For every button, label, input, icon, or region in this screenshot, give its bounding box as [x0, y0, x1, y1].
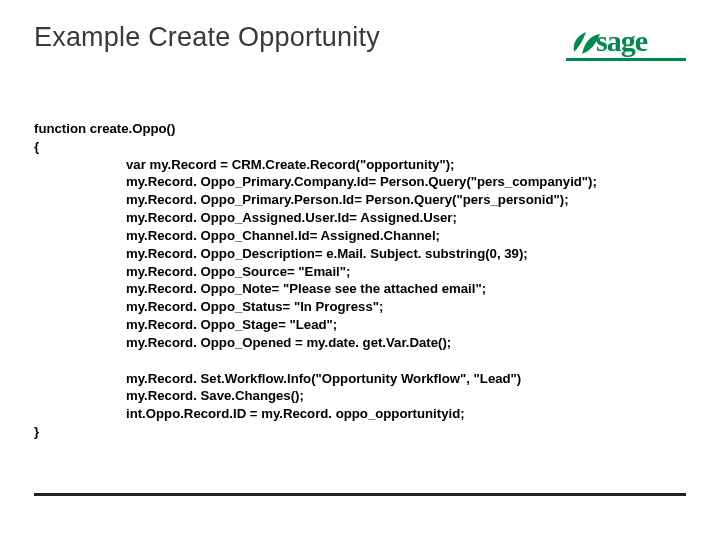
footer-rule [34, 493, 686, 496]
function-declaration: function create.Oppo() [34, 120, 686, 138]
code-line: int.Oppo.Record.ID = my.Record. oppo_opp… [126, 405, 686, 423]
code-line: my.Record. Oppo_Primary.Person.Id= Perso… [126, 191, 686, 209]
page-title: Example Create Opportunity [34, 22, 380, 53]
code-line: var my.Record = CRM.Create.Record("oppor… [126, 156, 686, 174]
logo-text: sage [596, 24, 647, 58]
code-line: my.Record. Oppo_Primary.Company.Id= Pers… [126, 173, 686, 191]
code-line: my.Record. Oppo_Assigned.User.Id= Assign… [126, 209, 686, 227]
code-line: my.Record. Save.Changes(); [126, 387, 686, 405]
code-line: my.Record. Oppo_Status= "In Progress"; [126, 298, 686, 316]
code-line: my.Record. Oppo_Channel.Id= Assigned.Cha… [126, 227, 686, 245]
close-brace: } [34, 423, 686, 441]
header: Example Create Opportunity sage [34, 22, 686, 64]
code-line: my.Record. Oppo_Stage= "Lead"; [126, 316, 686, 334]
code-block-1: var my.Record = CRM.Create.Record("oppor… [126, 156, 686, 352]
code-line: my.Record. Oppo_Source= "Email"; [126, 263, 686, 281]
code-line: my.Record. Oppo_Description= e.Mail. Sub… [126, 245, 686, 263]
logo-underline [566, 58, 686, 61]
slide: Example Create Opportunity sage function… [0, 0, 720, 540]
code-line: my.Record. Set.Workflow.Info("Opportunit… [126, 370, 686, 388]
code-line: my.Record. Oppo_Note= "Please see the at… [126, 280, 686, 298]
code-content: function create.Oppo() { var my.Record =… [34, 120, 686, 441]
code-block-2: my.Record. Set.Workflow.Info("Opportunit… [126, 370, 686, 423]
open-brace: { [34, 138, 686, 156]
logo: sage [566, 22, 686, 64]
code-line: my.Record. Oppo_Opened = my.date. get.Va… [126, 334, 686, 352]
